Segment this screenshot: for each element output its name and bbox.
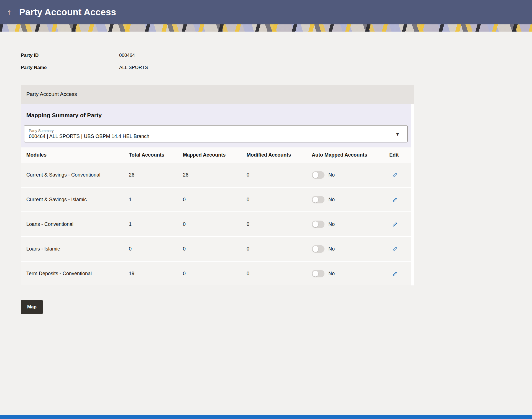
toggle-knob xyxy=(313,271,318,277)
auto-mapped-cell: No xyxy=(312,171,389,179)
edit-pencil-icon xyxy=(392,221,398,227)
modified-accounts-link[interactable]: 0 xyxy=(247,271,312,277)
auto-mapped-state: No xyxy=(328,221,335,227)
party-summary-label: Party Summary xyxy=(29,129,149,133)
party-summary-value: 000464 | ALL SPORTS | UBS OBPM 14.4 HEL … xyxy=(29,134,149,139)
auto-mapped-cell: No xyxy=(312,245,389,253)
table-row: Current & Savings - Conventional 26 26 0… xyxy=(21,163,411,187)
auto-mapped-cell: No xyxy=(312,270,389,277)
column-header-modules: Modules xyxy=(26,152,129,158)
party-name-value: ALL SPORTS xyxy=(119,65,532,70)
map-button[interactable]: Map xyxy=(21,300,43,314)
mapped-accounts-link[interactable]: 26 xyxy=(183,172,247,178)
edit-button[interactable] xyxy=(391,245,411,253)
mapped-accounts-link[interactable]: 0 xyxy=(183,197,247,203)
column-header-mapped-accounts: Mapped Accounts xyxy=(183,152,247,158)
auto-mapped-state: No xyxy=(328,197,335,203)
party-info: Party ID 000464 Party Name ALL SPORTS xyxy=(21,49,532,74)
edit-pencil-icon xyxy=(392,246,398,252)
table-row: Term Deposits - Conventional 19 0 0 No xyxy=(21,262,411,285)
column-header-total-accounts: Total Accounts xyxy=(129,152,183,158)
module-name: Current & Savings - Islamic xyxy=(26,197,129,203)
bottom-bar xyxy=(0,415,532,419)
toggle-knob xyxy=(313,172,318,178)
column-header-auto-mapped-accounts: Auto Mapped Accounts xyxy=(312,152,389,158)
edit-button[interactable] xyxy=(391,270,411,278)
page: ↑ Party Account Access Party ID 000464 P… xyxy=(0,0,532,419)
chevron-down-icon: ▼ xyxy=(395,131,400,137)
auto-mapped-toggle[interactable] xyxy=(312,196,324,203)
auto-mapped-toggle[interactable] xyxy=(312,270,324,277)
table-row: Loans - Islamic 0 0 0 No xyxy=(21,237,411,261)
toggle-knob xyxy=(313,197,318,203)
party-id-label: Party ID xyxy=(21,53,119,58)
mapped-accounts-link[interactable]: 0 xyxy=(183,221,247,227)
column-header-edit: Edit xyxy=(389,152,411,158)
module-name: Current & Savings - Conventional xyxy=(26,172,129,178)
decorative-banner xyxy=(0,24,532,32)
total-accounts-value: 19 xyxy=(129,271,183,277)
auto-mapped-state: No xyxy=(328,246,335,252)
total-accounts-value: 1 xyxy=(129,221,183,227)
modified-accounts-link[interactable]: 0 xyxy=(247,221,312,227)
panel-title: Party Account Access xyxy=(21,85,414,104)
auto-mapped-cell: No xyxy=(312,221,389,228)
back-arrow-icon[interactable]: ↑ xyxy=(7,8,11,16)
module-name: Loans - Conventional xyxy=(26,221,129,227)
module-name: Loans - Islamic xyxy=(26,246,129,252)
total-accounts-value: 0 xyxy=(129,246,183,252)
auto-mapped-toggle[interactable] xyxy=(312,171,324,179)
edit-pencil-icon xyxy=(392,271,398,277)
modified-accounts-link[interactable]: 0 xyxy=(247,246,312,252)
auto-mapped-toggle[interactable] xyxy=(312,245,324,253)
table-row: Loans - Conventional 1 0 0 No xyxy=(21,212,411,236)
auto-mapped-state: No xyxy=(328,271,335,277)
total-accounts-value: 1 xyxy=(129,197,183,203)
auto-mapped-state: No xyxy=(328,172,335,178)
modified-accounts-link[interactable]: 0 xyxy=(247,197,312,203)
column-header-modified-accounts: Modified Accounts xyxy=(247,152,312,158)
edit-button[interactable] xyxy=(391,220,411,228)
party-account-access-panel: Party Account Access Mapping Summary of … xyxy=(21,85,414,285)
edit-button[interactable] xyxy=(391,171,411,179)
app-header: ↑ Party Account Access xyxy=(0,0,532,24)
table-header: Modules Total Accounts Mapped Accounts M… xyxy=(21,147,411,163)
module-name: Term Deposits - Conventional xyxy=(26,271,129,277)
edit-pencil-icon xyxy=(392,172,398,178)
edit-pencil-icon xyxy=(392,197,398,203)
section-title: Mapping Summary of Party xyxy=(26,112,408,119)
party-id-value: 000464 xyxy=(119,53,532,58)
total-accounts-value: 26 xyxy=(129,172,183,178)
auto-mapped-toggle[interactable] xyxy=(312,221,324,228)
party-name-label: Party Name xyxy=(21,65,119,70)
mapped-accounts-link[interactable]: 0 xyxy=(183,246,247,252)
edit-button[interactable] xyxy=(391,196,411,204)
table-row: Current & Savings - Islamic 1 0 0 No xyxy=(21,188,411,211)
mapped-accounts-link[interactable]: 0 xyxy=(183,271,247,277)
page-title: Party Account Access xyxy=(19,7,116,17)
auto-mapped-cell: No xyxy=(312,196,389,203)
modified-accounts-link[interactable]: 0 xyxy=(247,172,312,178)
toggle-knob xyxy=(313,246,318,252)
mapping-summary-section: Mapping Summary of Party Party Summary 0… xyxy=(21,104,411,147)
panel-body: Mapping Summary of Party Party Summary 0… xyxy=(21,104,414,285)
main-content: Party ID 000464 Party Name ALL SPORTS Pa… xyxy=(0,32,532,314)
party-summary-select-text: Party Summary 000464 | ALL SPORTS | UBS … xyxy=(29,129,149,139)
toggle-knob xyxy=(313,221,318,227)
party-name-row: Party Name ALL SPORTS xyxy=(21,62,532,74)
party-summary-select[interactable]: Party Summary 000464 | ALL SPORTS | UBS … xyxy=(24,125,408,142)
party-id-row: Party ID 000464 xyxy=(21,49,532,62)
